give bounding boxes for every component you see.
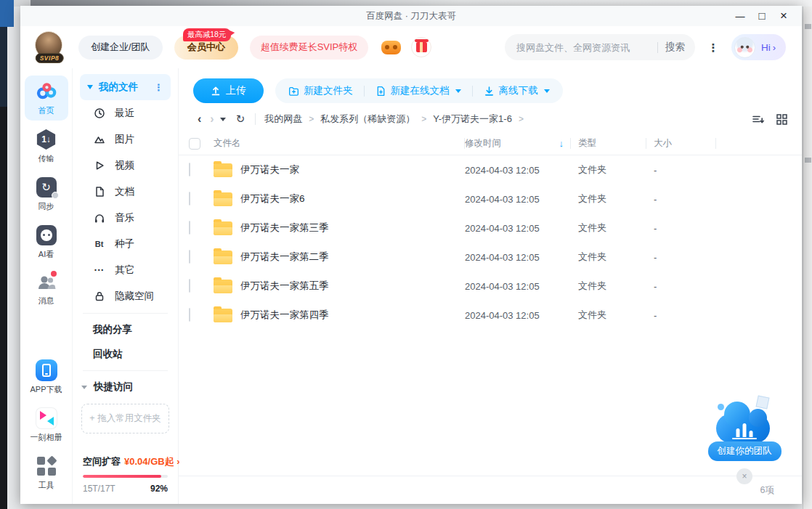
column-header-name[interactable]: 文件名	[214, 132, 465, 155]
gift-icon[interactable]	[411, 37, 431, 57]
sidebar-item-recent[interactable]: 最近	[73, 100, 178, 126]
sidebar-item-pictures[interactable]: 图片	[73, 126, 178, 152]
rail-item-messages[interactable]: 消息	[25, 267, 68, 311]
storage-usage-bar	[83, 475, 168, 478]
rail-item-transfer[interactable]: 1↓ 传输	[25, 123, 68, 168]
game-icon[interactable]	[381, 41, 401, 54]
row-checkbox[interactable]	[189, 163, 190, 176]
row-checkbox[interactable]	[189, 308, 190, 322]
file-name[interactable]: 伊万诺夫一家第四季	[240, 309, 329, 322]
rail-item-app-download[interactable]: APP下载	[25, 354, 68, 399]
file-name[interactable]: 伊万诺夫一家6	[240, 192, 305, 205]
promo-close-icon[interactable]: ×	[736, 468, 752, 484]
breadcrumb-item[interactable]: 私发系列（稀缺资源）	[320, 113, 415, 126]
table-row[interactable]: 伊万诺夫一家第三季 2024-04-03 12:05 文件夹 -	[179, 213, 802, 243]
select-all-checkbox[interactable]	[189, 138, 200, 150]
row-checkbox[interactable]	[189, 192, 190, 205]
minimize-button[interactable]: —	[729, 6, 751, 26]
create-team-button[interactable]: 创建企业/团队	[78, 36, 163, 60]
row-checkbox[interactable]	[189, 279, 190, 293]
cloud-team-graphic[interactable]	[712, 396, 777, 444]
rail-item-ai-view[interactable]: AI看	[25, 219, 68, 264]
column-header-size[interactable]: 大小	[646, 132, 716, 155]
play-icon	[93, 160, 105, 172]
row-type: 文件夹	[571, 251, 646, 264]
search-input[interactable]	[516, 42, 650, 53]
storage-expand-label: 空间扩容	[83, 455, 121, 468]
table-row[interactable]: 伊万诺夫一家第二季 2024-04-03 12:05 文件夹 -	[179, 243, 802, 272]
storage-usage-fill	[83, 475, 161, 478]
navigation-row: ‹ › ↻ 我的网盘 > 私发系列（稀缺资源） > Y-伊万诺夫一家1-6 >	[179, 106, 802, 132]
rail-item-tools[interactable]: 工具	[25, 450, 68, 495]
row-checkbox[interactable]	[189, 221, 190, 235]
file-name[interactable]: 伊万诺夫一家第三季	[240, 221, 329, 235]
row-type: 文件夹	[571, 192, 646, 205]
svip-renew-button[interactable]: 超值续费延长SVIP特权	[250, 36, 369, 60]
maximize-button[interactable]: □	[751, 6, 773, 26]
chevron-down-icon	[544, 89, 550, 93]
main-spacer: 创建你的团队 ×	[179, 330, 802, 476]
toolbar: 上传 新建文件夹 新建在线文档 离	[179, 68, 802, 106]
rail-item-album[interactable]: 一刻相册	[25, 402, 68, 447]
assistant-avatar-icon	[734, 37, 755, 58]
forward-button[interactable]: ›	[206, 113, 218, 126]
my-files-menu-icon[interactable]: ⋮	[154, 82, 163, 93]
row-size: -	[646, 310, 716, 321]
table-row[interactable]: 伊万诺夫一家第五季 2024-04-03 12:05 文件夹 -	[179, 272, 802, 301]
upload-button[interactable]: 上传	[193, 78, 264, 103]
divider	[255, 113, 256, 125]
close-button[interactable]: ×	[773, 6, 795, 26]
back-button[interactable]: ‹	[193, 113, 206, 126]
sidebar-item-my-files[interactable]: 我的文件 ⋮	[80, 74, 171, 100]
header-bar: SVIP8 创建企业/团队 会员中心 最高减18元 超值续费延长SVIP特权 搜…	[20, 26, 802, 68]
breadcrumb-item[interactable]: Y-伊万诺夫一家1-6	[433, 113, 512, 126]
storage-expand-link[interactable]: 空间扩容 ¥0.04/GB起 ›	[83, 455, 168, 468]
file-name[interactable]: 伊万诺夫一家第五季	[240, 280, 329, 293]
main-panel: 上传 新建文件夹 新建在线文档 离	[179, 68, 802, 504]
sidebar-item-other[interactable]: ··· 其它	[73, 257, 178, 283]
breadcrumb: 我的网盘 > 私发系列（稀缺资源） > Y-伊万诺夫一家1-6 >	[264, 113, 524, 126]
new-folder-button[interactable]: 新建文件夹	[287, 84, 354, 97]
file-name[interactable]: 伊万诺夫一家第二季	[240, 251, 329, 264]
row-checkbox[interactable]	[189, 250, 190, 264]
chevron-right-icon: ›	[773, 42, 776, 53]
sort-icon[interactable]	[752, 113, 765, 125]
column-header-time[interactable]: 修改时间 ↓	[465, 132, 571, 155]
rail-item-sync[interactable]: ↻ 同步	[25, 171, 68, 216]
table-row[interactable]: 伊万诺夫一家第四季 2024-04-03 12:05 文件夹 -	[179, 301, 802, 330]
table-row[interactable]: 伊万诺夫一家6 2024-04-03 12:05 文件夹 -	[179, 184, 802, 213]
sidebar-item-music[interactable]: 音乐	[73, 205, 178, 231]
create-team-promo-button[interactable]: 创建你的团队	[708, 441, 781, 461]
sidebar-item-hidden-space[interactable]: 隐藏空间	[73, 283, 178, 309]
grid-view-icon[interactable]	[776, 114, 787, 125]
row-name-cell: 伊万诺夫一家第二季	[214, 251, 465, 264]
user-avatar[interactable]: SVIP8	[35, 31, 64, 63]
sidebar-item-recycle-bin[interactable]: 回收站	[73, 342, 178, 367]
table-row[interactable]: 伊万诺夫一家 2024-04-03 12:05 文件夹 -	[179, 155, 802, 184]
divider	[472, 86, 473, 97]
rail-item-home[interactable]: 首页	[25, 76, 68, 121]
new-doc-icon	[375, 86, 386, 97]
sidebar-item-my-share[interactable]: 我的分享	[73, 317, 178, 342]
offline-download-button[interactable]: 离线下载	[482, 84, 551, 97]
refresh-button[interactable]: ↻	[232, 113, 250, 126]
sidebar-item-videos[interactable]: 视频	[73, 152, 178, 179]
sidebar-item-torrents[interactable]: Bt 种子	[73, 231, 178, 257]
breadcrumb-item[interactable]: 我的网盘	[264, 113, 302, 126]
search-button[interactable]: 搜索	[665, 41, 685, 54]
sidebar-item-documents[interactable]: 文档	[73, 179, 178, 205]
more-menu-icon[interactable]: ⋮	[701, 35, 726, 60]
file-name[interactable]: 伊万诺夫一家	[240, 163, 299, 176]
assistant-button[interactable]: Hi ›	[731, 34, 786, 60]
storage-block: 空间扩容 ¥0.04/GB起 › 15T/17T 92%	[83, 455, 168, 494]
view-options	[752, 113, 787, 125]
folder-icon	[214, 192, 232, 206]
sidebar-item-quick-access[interactable]: 快捷访问	[73, 375, 178, 399]
upload-label: 上传	[226, 84, 246, 97]
new-online-doc-button[interactable]: 新建在线文档	[374, 84, 463, 97]
folder-drop-zone[interactable]: + 拖入常用文件夹	[81, 404, 169, 433]
row-time: 2024-04-03 12:05	[465, 194, 571, 205]
column-header-type[interactable]: 类型	[571, 132, 646, 155]
history-dropdown-icon[interactable]	[220, 118, 226, 121]
new-folder-label: 新建文件夹	[304, 84, 353, 97]
